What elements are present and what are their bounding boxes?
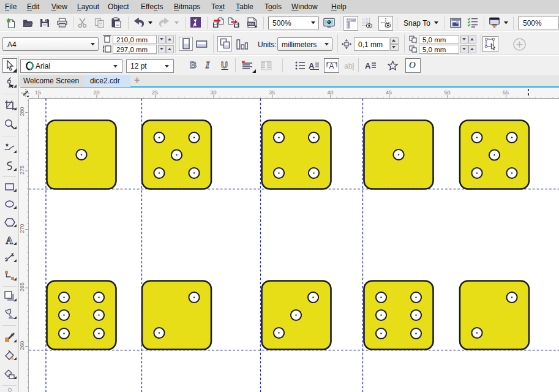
svg-text:280: 280 <box>19 107 25 116</box>
svg-text:mm: mm <box>347 19 351 22</box>
svg-text:x: x <box>415 40 417 43</box>
svg-text:PDF: PDF <box>248 22 255 26</box>
svg-text:U: U <box>221 59 228 70</box>
svg-text:275: 275 <box>19 165 25 175</box>
svg-text:I: I <box>205 60 210 70</box>
svg-text:A: A <box>329 62 334 70</box>
svg-text:A: A <box>309 61 315 70</box>
svg-text:260: 260 <box>19 341 25 350</box>
svg-text:y: y <box>415 50 417 53</box>
svg-text:270: 270 <box>19 224 25 233</box>
svg-text:A: A <box>6 235 13 246</box>
svg-text:B: B <box>190 59 197 70</box>
svg-text:A: A <box>365 61 371 70</box>
svg-text:265: 265 <box>19 282 25 292</box>
